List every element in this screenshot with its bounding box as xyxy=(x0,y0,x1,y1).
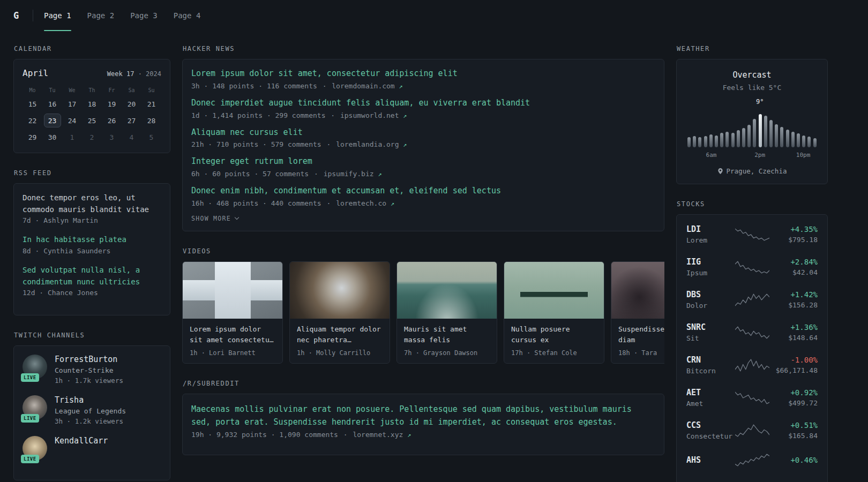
stock-price: $148.64 xyxy=(769,334,818,342)
calendar-separator: · xyxy=(138,70,142,78)
stock-symbol: AHS xyxy=(686,455,735,465)
calendar-week-year: Week 17 · 2024 xyxy=(107,70,161,78)
stock-name: Dolor xyxy=(686,302,735,310)
page-tab[interactable]: Page 3 xyxy=(130,0,158,31)
weather-hour-bar xyxy=(720,133,723,147)
stock-change: +2.84% xyxy=(769,258,818,266)
weather-hour-bar xyxy=(725,132,729,147)
stock-values: -1.00% $66,171.48 xyxy=(769,356,818,374)
weather-hour-bar xyxy=(737,130,740,147)
news-domain-link[interactable]: loremtech.co ↗ xyxy=(336,199,394,207)
rss-item-title-link[interactable]: Donec tempor eros leo, ut commodo mauris… xyxy=(23,192,161,215)
calendar-date: 16 xyxy=(44,97,61,111)
video-card-body: Lorem ipsum dolor sit amet consectetu… 1… xyxy=(183,319,282,363)
stock-row[interactable]: AET Amet +0.92% $499.72 xyxy=(686,388,818,408)
news-domain-link[interactable]: ipsumify.biz ↗ xyxy=(324,170,382,178)
news-title-link[interactable]: Donec imperdiet augue tincidunt felis al… xyxy=(191,97,655,109)
calendar-day-header: Su xyxy=(148,87,154,93)
weather-hour-bar xyxy=(813,138,817,148)
stock-row[interactable]: IIG Ipsum +2.84% $42.04 xyxy=(686,257,818,277)
weather-condition: Overcast xyxy=(686,70,818,80)
video-thumbnail[interactable] xyxy=(611,262,664,319)
twitch-widget: TWITCH CHANNELS LIVE ForrestBurton Count… xyxy=(13,332,170,480)
page-tab[interactable]: Page 4 xyxy=(174,0,201,31)
stock-sparkline xyxy=(735,260,769,274)
stock-row[interactable]: DBS Dolor +1.42% $156.28 xyxy=(686,290,818,310)
twitch-channel[interactable]: LIVE ForrestBurton Counter-Strike 1h · 1… xyxy=(23,355,161,385)
rss-item-title-link[interactable]: In hac habitasse platea xyxy=(23,234,161,246)
news-stats: 21h · 710 points · 579 comments xyxy=(191,140,321,148)
weather-hour-bar xyxy=(775,124,778,147)
stock-identity: DBS Dolor xyxy=(686,290,735,310)
video-card[interactable]: Suspendisse diam 18h · Tara xyxy=(611,261,664,364)
news-title-link[interactable]: Lorem ipsum dolor sit amet, consectetur … xyxy=(191,68,655,80)
calendar-day-header: Fr xyxy=(108,87,115,93)
weather-section-title: WEATHER xyxy=(677,45,828,52)
stock-sparkline xyxy=(735,358,769,372)
news-domain-link[interactable]: loremdomain.com ↗ xyxy=(332,82,402,90)
rss-item-title-link[interactable]: Sed volutpat nulla nisl, a condimentum n… xyxy=(23,265,161,288)
external-link-icon: ↗ xyxy=(391,200,394,207)
rss-item-meta: 12d · Chance Jones xyxy=(23,289,161,297)
weather-location: Prague, Czechia xyxy=(727,167,787,175)
calendar-date: 27 xyxy=(123,114,140,127)
stock-change: +1.42% xyxy=(769,290,818,299)
stock-row[interactable]: CRN Bitcorn -1.00% $66,171.48 xyxy=(686,355,818,375)
page-tab[interactable]: Page 2 xyxy=(87,0,115,31)
stock-values: +2.84% $42.04 xyxy=(769,258,818,276)
video-card[interactable]: Lorem ipsum dolor sit amet consectetu… 1… xyxy=(182,261,283,364)
rss-card: Donec tempor eros leo, ut commodo mauris… xyxy=(13,183,170,315)
stock-row[interactable]: SNRC Sit +1.36% $148.64 xyxy=(686,322,818,342)
external-link-icon: ↗ xyxy=(407,431,411,439)
calendar-year: 2024 xyxy=(146,70,161,78)
weather-bars xyxy=(687,110,817,147)
show-more-button[interactable]: SHOW MORE xyxy=(191,215,238,222)
stock-price: $165.84 xyxy=(769,432,818,440)
video-card[interactable]: Nullam posuere cursus ex 17h · Stefan Co… xyxy=(504,261,604,364)
weather-time-axis: 6am 2pm 10pm xyxy=(686,152,818,159)
video-thumbnail[interactable] xyxy=(183,262,282,319)
videos-row: Lorem ipsum dolor sit amet consectetu… 1… xyxy=(182,261,664,364)
subreddit-post: Maecenas mollis pulvinar erat non posuer… xyxy=(191,403,655,439)
calendar-section-title: CALENDAR xyxy=(14,45,170,52)
twitch-channel[interactable]: LIVE Trisha League of Legends 3h · 1.2k … xyxy=(23,395,161,425)
videos-widget: VIDEOS Lorem ipsum dolor sit amet consec… xyxy=(182,247,664,364)
news-title-link[interactable]: Integer eget rutrum lorem xyxy=(191,156,655,168)
channel-avatar-wrap: LIVE xyxy=(23,355,47,379)
video-thumbnail[interactable] xyxy=(504,262,604,319)
news-meta: 6h · 60 points · 57 comments · ipsumify.… xyxy=(191,170,655,178)
subreddit-widget: /R/SUBREDDIT Maecenas mollis pulvinar er… xyxy=(182,380,664,455)
app-logo[interactable]: G xyxy=(13,10,28,21)
news-title-link[interactable]: Aliquam nec cursus elit xyxy=(191,127,655,139)
news-title-link[interactable]: Donec enim nibh, condimentum et accumsan… xyxy=(191,185,655,197)
post-domain: loremnet.xyz xyxy=(353,431,403,439)
video-card[interactable]: Aliquam tempor dolor nec pharetra… 1h · … xyxy=(289,261,390,364)
news-domain: ipsumworld.net xyxy=(340,111,399,119)
stock-change: +0.46% xyxy=(769,456,818,464)
stock-price: $795.18 xyxy=(769,236,818,244)
stock-row[interactable]: CCS Consectetur +0.51% $165.84 xyxy=(686,420,818,440)
news-domain-link[interactable]: ipsumworld.net ↗ xyxy=(340,111,407,119)
stock-row[interactable]: AHS +0.46% xyxy=(686,453,818,467)
post-meta: 19h · 9,932 points · 1,090 comments · lo… xyxy=(191,431,655,439)
video-thumbnail[interactable] xyxy=(290,262,390,319)
stock-sparkline xyxy=(735,326,769,340)
stock-name: Consectetur xyxy=(686,432,735,440)
stock-row[interactable]: LDI Lorem +4.35% $795.18 xyxy=(686,224,818,244)
news-domain-link[interactable]: loremlandia.org ↗ xyxy=(336,140,407,148)
calendar-date: 5 xyxy=(143,130,160,144)
calendar-date: 25 xyxy=(84,114,101,127)
post-title-link[interactable]: Maecenas mollis pulvinar erat non posuer… xyxy=(191,403,655,428)
left-column: CALENDAR April Week 17 · 2024 Mo Tu xyxy=(13,45,170,482)
news-stats: 3h · 148 points · 116 comments xyxy=(191,82,317,90)
stock-values: +4.35% $795.18 xyxy=(769,225,818,244)
twitch-channel[interactable]: LIVE KendallCarr xyxy=(23,436,161,461)
video-thumbnail[interactable] xyxy=(397,262,497,319)
calendar-date: 29 xyxy=(24,130,41,144)
stocks-widget: STOCKS LDI Lorem +4.35% $795.18 xyxy=(676,200,828,482)
page-tab[interactable]: Page 1 xyxy=(44,0,71,31)
calendar-day-header: Tu xyxy=(49,87,55,93)
post-domain-link[interactable]: loremnet.xyz ↗ xyxy=(353,431,411,439)
video-card-body: Nullam posuere cursus ex 17h · Stefan Co… xyxy=(504,319,604,363)
video-card[interactable]: Mauris sit amet massa felis 7h · Grayson… xyxy=(396,261,497,364)
